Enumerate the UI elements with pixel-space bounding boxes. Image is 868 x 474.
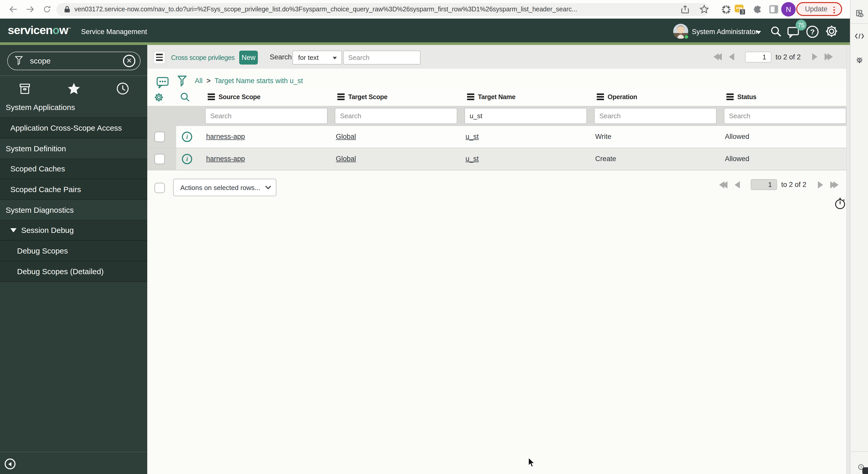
sidebar-item-application-cross-scope-access[interactable]: Application Cross-Scope Access	[0, 118, 147, 138]
svg-text:?: ?	[810, 28, 814, 36]
extensions-puzzle-icon[interactable]	[752, 4, 763, 15]
actions-select[interactable]: Actions on selected rows...	[173, 179, 276, 196]
user-menu-caret-icon	[756, 31, 761, 34]
chat-badge: 75	[796, 20, 807, 30]
column-filter-row: SearchSearchu_stSearchSearch	[147, 106, 850, 126]
cell-link[interactable]: harness-app	[206, 133, 245, 140]
list-context-menu-button[interactable]	[153, 51, 165, 64]
expanded-triangle-icon[interactable]	[10, 228, 17, 232]
cell-link[interactable]: u_st	[466, 133, 479, 140]
extension-yellow-icon[interactable]: 3	[735, 5, 743, 12]
row-info-icon[interactable]: i	[182, 154, 192, 164]
list-search-input[interactable]: Search	[343, 50, 421, 64]
row-checkbox[interactable]	[154, 154, 165, 164]
column-header-target-name[interactable]: Target Name	[467, 93, 516, 100]
user-avatar[interactable]	[673, 24, 688, 39]
collapse-sidebar-button[interactable]	[5, 459, 16, 469]
breadcrumb-funnel-icon[interactable]	[178, 75, 187, 87]
column-menu-icon[interactable]	[597, 94, 604, 100]
list-settings-gear-icon[interactable]	[154, 92, 164, 102]
first-page-button[interactable]	[714, 53, 722, 60]
column-search-icon[interactable]	[180, 92, 190, 102]
navigator-filter-input[interactable]: scope ✕	[7, 52, 141, 70]
bookmark-star-icon[interactable]	[699, 4, 710, 15]
side-panel-icon[interactable]	[768, 4, 779, 15]
tab-history[interactable]	[98, 82, 147, 95]
prev-page-button-bottom[interactable]	[735, 181, 740, 188]
column-menu-icon[interactable]	[726, 94, 734, 100]
settings-gear-icon[interactable]	[825, 24, 839, 38]
column-filter-input-status[interactable]: Search	[724, 108, 846, 124]
cell-link[interactable]: Global	[336, 155, 356, 163]
column-filter-input-target-scope[interactable]: Search	[335, 108, 457, 124]
top-pagination: 1 to 2 of 2	[712, 52, 834, 62]
column-header-status[interactable]: Status	[726, 93, 756, 100]
list-title-link[interactable]: Cross scope privileges	[171, 54, 235, 61]
column-header-operation[interactable]: Operation	[597, 93, 637, 100]
row-checkbox[interactable]	[154, 132, 165, 142]
url-bar[interactable]: ven03172.service-now.com/nav_to.do?uri=%…	[56, 3, 709, 16]
cell-text: Create	[595, 155, 616, 163]
navigator-filter-value: scope	[30, 56, 51, 65]
sidebar-item-scoped-caches[interactable]: Scoped Caches	[0, 159, 147, 179]
pagination-range: to 2 of 2	[776, 53, 801, 61]
browser-profile-avatar[interactable]: N	[781, 2, 796, 16]
extension-starburst-icon[interactable]	[720, 4, 732, 15]
cell-link[interactable]: u_st	[466, 155, 479, 163]
new-button[interactable]: New	[239, 50, 258, 64]
column-filter-input-source-scope[interactable]: Search	[205, 108, 328, 124]
column-filter-input-operation[interactable]: Search	[594, 108, 717, 124]
main-scrollbar[interactable]	[846, 45, 850, 474]
next-page-button-bottom[interactable]	[818, 181, 823, 188]
column-menu-icon[interactable]	[208, 94, 215, 100]
browser-update-button[interactable]: Update	[796, 2, 842, 16]
column-filter-input-target-name[interactable]: u_st	[464, 108, 587, 124]
last-page-button[interactable]	[825, 53, 833, 60]
search-type-select[interactable]: for text	[292, 50, 342, 64]
sidebar-item-scoped-cache-pairs[interactable]: Scoped Cache Pairs	[0, 179, 147, 200]
help-icon[interactable]: ?	[806, 25, 819, 38]
first-page-button-bottom[interactable]	[719, 181, 727, 188]
column-header-target-scope[interactable]: Target Scope	[337, 93, 388, 100]
row-info-icon[interactable]: i	[182, 132, 192, 142]
list-chat-icon[interactable]	[157, 77, 169, 88]
column-menu-icon[interactable]	[467, 94, 474, 100]
cell-link[interactable]: Global	[336, 133, 356, 140]
sidebar-item-system-definition[interactable]: System Definition	[0, 138, 147, 159]
global-search-icon[interactable]	[770, 25, 782, 38]
sidebar-item-debug-scopes[interactable]: Debug Scopes	[0, 241, 147, 261]
right-tool-strip: ?	[850, 0, 868, 474]
prev-page-button[interactable]	[729, 53, 734, 60]
sidebar-item-system-applications[interactable]: System Applications	[0, 97, 147, 118]
sidebar-item-session-debug[interactable]: Session Debug	[0, 220, 147, 241]
select-all-checkbox[interactable]	[154, 183, 165, 193]
page-number-input[interactable]: 1	[745, 52, 771, 62]
next-page-button[interactable]	[812, 53, 817, 60]
browser-back-icon[interactable]	[7, 3, 20, 15]
tab-favorites[interactable]	[49, 82, 98, 95]
browser-reload-icon[interactable]	[41, 3, 53, 15]
sidebar-item-label: Application Cross-Scope Access	[10, 124, 122, 132]
cell-link[interactable]: harness-app	[206, 155, 245, 163]
last-page-button-bottom[interactable]	[830, 181, 839, 188]
table-row: iharness-appGlobalu_stCreateAllowed	[147, 148, 850, 170]
column-menu-icon[interactable]	[337, 94, 345, 100]
browser-forward-icon[interactable]	[24, 3, 36, 15]
user-menu[interactable]: System Administrator	[692, 28, 758, 36]
tab-all-applications[interactable]	[0, 82, 49, 95]
breadcrumb-all-link[interactable]: All	[195, 77, 203, 84]
column-header-source-scope[interactable]: Source Scope	[208, 93, 260, 100]
response-time-icon[interactable]	[834, 197, 846, 210]
share-icon[interactable]	[679, 4, 691, 15]
clear-filter-icon[interactable]: ✕	[123, 55, 135, 67]
reading-list-icon[interactable]	[852, 10, 866, 18]
pagination-range-bottom: to 2 of 2	[781, 181, 807, 189]
breadcrumb-separator: >	[207, 77, 211, 84]
code-panel-icon[interactable]	[852, 33, 866, 39]
breadcrumb-row: All > Target Name starts with u_st	[147, 68, 850, 89]
sidebar-item-debug-scopes-detailed[interactable]: Debug Scopes (Detailed)	[0, 261, 147, 282]
page-number-input-bottom[interactable]: 1	[751, 179, 777, 190]
lightbulb-icon[interactable]	[852, 56, 866, 65]
sidebar-item-system-diagnostics[interactable]: System Diagnostics	[0, 200, 147, 220]
breadcrumb-filter-link[interactable]: Target Name starts with u_st	[214, 77, 303, 84]
